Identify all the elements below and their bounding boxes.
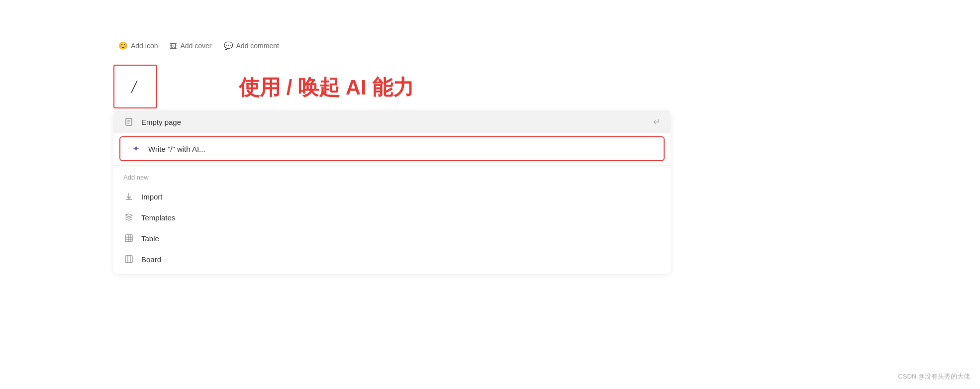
- board-icon: [123, 255, 134, 264]
- empty-page-label: Empty page: [141, 118, 181, 126]
- add-icon-button[interactable]: 😊 Add icon: [113, 39, 163, 53]
- empty-page-icon: [123, 117, 134, 126]
- watermark: CSDN @没有头秃的大佬: [898, 372, 970, 381]
- add-cover-label: Add cover: [180, 42, 211, 50]
- board-item[interactable]: Board: [113, 249, 671, 270]
- board-label: Board: [141, 255, 161, 264]
- import-item[interactable]: Import: [113, 186, 671, 207]
- toolbar: 😊 Add icon 🖼 Add cover 💬 Add comment: [113, 39, 284, 53]
- add-comment-label: Add comment: [236, 42, 279, 50]
- write-ai-item[interactable]: ✦ Write "/" with AI...: [119, 136, 665, 161]
- slash-input-box[interactable]: /: [113, 65, 157, 108]
- svg-rect-6: [125, 235, 132, 242]
- add-new-section-label: Add new: [113, 166, 671, 184]
- add-icon-label: Add icon: [131, 42, 158, 50]
- templates-icon: [123, 213, 134, 222]
- slash-cursor: /: [130, 76, 138, 97]
- templates-label: Templates: [141, 213, 175, 222]
- table-icon: [123, 234, 134, 243]
- svg-rect-11: [125, 256, 132, 263]
- table-label: Table: [141, 234, 159, 243]
- ai-sparkle-icon: ✦: [130, 143, 141, 154]
- add-comment-button[interactable]: 💬 Add comment: [219, 39, 284, 53]
- templates-item[interactable]: Templates: [113, 207, 671, 228]
- table-item[interactable]: Table: [113, 228, 671, 249]
- import-label: Import: [141, 193, 163, 201]
- write-ai-label: Write "/" with AI...: [148, 145, 205, 153]
- empty-page-item[interactable]: Empty page ↵: [113, 110, 671, 133]
- enter-hint-icon: ↵: [653, 116, 661, 127]
- add-cover-button[interactable]: 🖼 Add cover: [165, 39, 216, 53]
- comment-icon: 💬: [224, 41, 233, 50]
- main-container: 😊 Add icon 🖼 Add cover 💬 Add comment / 使…: [0, 0, 980, 389]
- add-new-section: Import Templates: [113, 184, 671, 274]
- import-icon: [123, 192, 134, 201]
- image-icon: 🖼: [170, 42, 177, 50]
- chinese-hint-text: 使用 / 唤起 AI 能力: [239, 74, 414, 101]
- dropdown-menu: Empty page ↵ ✦ Write "/" with AI... Add …: [113, 110, 671, 274]
- emoji-icon: 😊: [118, 41, 128, 50]
